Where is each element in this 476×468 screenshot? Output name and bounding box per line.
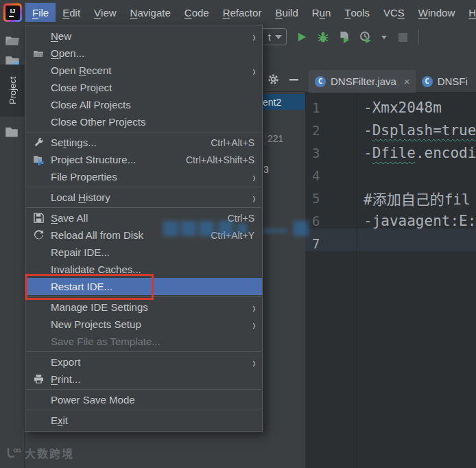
menubar-item-view[interactable]: View (87, 3, 123, 22)
menu-item-project-structure[interactable]: Project Structure... Ctrl+Alt+Shift+S (25, 151, 262, 168)
menu-item-settings[interactable]: Settings... Ctrl+Alt+S (25, 134, 262, 151)
submenu-arrow-icon: › (252, 28, 256, 43)
submenu-arrow-icon: › (252, 169, 256, 184)
printer-icon (31, 374, 46, 384)
intellij-logo: IJ (3, 3, 22, 22)
menubar-item-file[interactable]: File (25, 3, 56, 22)
tool-window-rail: Project (0, 25, 25, 468)
open-folder-icon (31, 48, 46, 59)
menubar-item-tools[interactable]: Tools (337, 3, 377, 22)
stop-button[interactable] (396, 30, 409, 44)
profiler-button[interactable] (359, 30, 372, 44)
chevron-down-icon (275, 35, 282, 39)
menubar-item-help[interactable]: Help (462, 3, 476, 22)
line-number[interactable]: 1 (305, 100, 357, 115)
menu-item-new[interactable]: New › (25, 27, 262, 45)
line-number[interactable]: 7 (305, 236, 357, 251)
menubar-item-navigate[interactable]: Navigate (123, 3, 178, 22)
menu-item-power-save-mode[interactable]: Power Save Mode (25, 391, 262, 408)
project-panel-header (263, 67, 305, 92)
folder-icon[interactable] (5, 125, 20, 140)
code-line[interactable]: 1 -Xmx2048m (305, 96, 476, 119)
refresh-icon (31, 230, 46, 240)
watermark-logo-icon (5, 446, 21, 460)
hide-panel-icon[interactable] (289, 74, 299, 84)
run-with-coverage-button[interactable] (337, 30, 351, 44)
run-config-label: t (268, 32, 271, 43)
menu-item-file-properties[interactable]: File Properties › (25, 168, 262, 185)
gear-icon[interactable] (267, 73, 279, 85)
menu-item-open[interactable]: Open... (25, 45, 262, 62)
submenu-arrow-icon: › (252, 62, 256, 78)
menu-item-exit[interactable]: Exit (25, 412, 262, 429)
java-class-icon: C (315, 76, 326, 87)
submenu-arrow-icon: › (252, 189, 256, 204)
menu-item-close-all-projects[interactable]: Close All Projects (25, 96, 262, 113)
debug-button[interactable] (316, 30, 330, 44)
java-class-icon: C (422, 76, 433, 87)
menu-item-save-file-as-template: Save File as Template... (25, 333, 262, 350)
shortcut: Ctrl+Alt+S (211, 137, 254, 148)
more-run-options-chevron-icon[interactable] (380, 30, 388, 44)
project-tool-window-button[interactable]: Project (0, 65, 25, 117)
tab-dnsfilter-2[interactable]: C DNSFi (416, 70, 473, 93)
bottom-watermark: 大数跨境 (5, 445, 74, 461)
tree-item-label: ent2 (263, 97, 281, 108)
toolbar-separator (418, 30, 419, 45)
line-number[interactable]: 4 (305, 168, 357, 183)
run-button[interactable] (295, 30, 309, 44)
menu-item-local-history[interactable]: Local History › (25, 189, 262, 206)
close-icon[interactable]: × (404, 75, 410, 87)
menu-item-export[interactable]: Export › (25, 353, 262, 371)
spellcheck-squiggle: Dsplash=true (372, 122, 476, 139)
menubar-item-build[interactable]: Build (268, 3, 305, 22)
menubar-item-vcs[interactable]: VCS (377, 3, 412, 22)
menu-item-save-all[interactable]: Save All Ctrl+S (25, 209, 262, 226)
main-menu-bar: IJ File Edit View Navigate Code Refactor… (0, 0, 476, 25)
menu-item-repair-ide[interactable]: Repair IDE... (25, 244, 262, 261)
submenu-arrow-icon: › (252, 316, 256, 331)
tab-label: DNSFi (438, 75, 468, 87)
menu-item-close-project[interactable]: Close Project (25, 79, 262, 96)
code-line[interactable]: 2 -Dsplash=true (305, 119, 476, 141)
save-all-icon (31, 213, 46, 223)
tree-item[interactable]: 221 (265, 132, 283, 145)
menubar-item-run[interactable]: Run (305, 3, 338, 22)
menu-separator (26, 187, 261, 187)
code-line-current[interactable]: 7 (305, 232, 476, 255)
menu-separator (26, 207, 261, 208)
code-line[interactable]: 4 (305, 164, 476, 187)
code-line[interactable]: 5 #添加自己的fil (305, 187, 476, 209)
menu-item-open-recent[interactable]: Open Recent › (25, 62, 262, 79)
menu-item-close-other-projects[interactable]: Close Other Projects (25, 113, 262, 130)
tree-item[interactable]: 3 (263, 163, 269, 176)
menubar-item-window[interactable]: Window (412, 3, 462, 22)
tab-dnsfilter-java[interactable]: C DNSFilter.java × (309, 70, 416, 93)
tree-item-selected[interactable]: ent2 (262, 94, 305, 110)
line-number[interactable]: 5 (305, 191, 357, 206)
open-folder-icon[interactable] (5, 33, 20, 48)
submenu-arrow-icon: › (252, 299, 256, 314)
code-line[interactable]: 6 -javaagent:E: (305, 209, 476, 232)
menubar-item-code[interactable]: Code (178, 3, 216, 22)
run-toolbar (295, 29, 419, 45)
line-number[interactable]: 6 (305, 213, 357, 229)
tree-item-label: 3 (263, 164, 269, 175)
watermark-text: 大数跨境 (25, 445, 74, 461)
menu-item-new-projects-setup[interactable]: New Projects Setup › (25, 316, 262, 333)
wrench-icon (31, 137, 46, 148)
menu-item-reload-all-from-disk[interactable]: Reload All from Disk Ctrl+Alt+Y (25, 226, 262, 244)
spellcheck-squiggle: Dfile (372, 145, 416, 161)
editor-tab-bar: C DNSFilter.java × C DNSFi (305, 70, 476, 93)
code-editor[interactable]: 1 -Xmx2048m 2 -Dsplash=true 3 -Dfile.enc… (305, 93, 476, 468)
code-line[interactable]: 3 -Dfile.encodi (305, 141, 476, 164)
menu-separator (26, 410, 261, 410)
line-number[interactable]: 2 (305, 123, 357, 138)
menubar-item-refactor[interactable]: Refactor (216, 3, 269, 22)
menubar-item-edit[interactable]: Edit (56, 3, 87, 22)
project-structure-icon (31, 154, 46, 165)
menu-item-manage-ide-settings[interactable]: Manage IDE Settings › (25, 299, 262, 316)
line-number[interactable]: 3 (305, 145, 357, 161)
menu-separator (26, 132, 261, 132)
menu-item-print[interactable]: Print... (25, 371, 262, 388)
